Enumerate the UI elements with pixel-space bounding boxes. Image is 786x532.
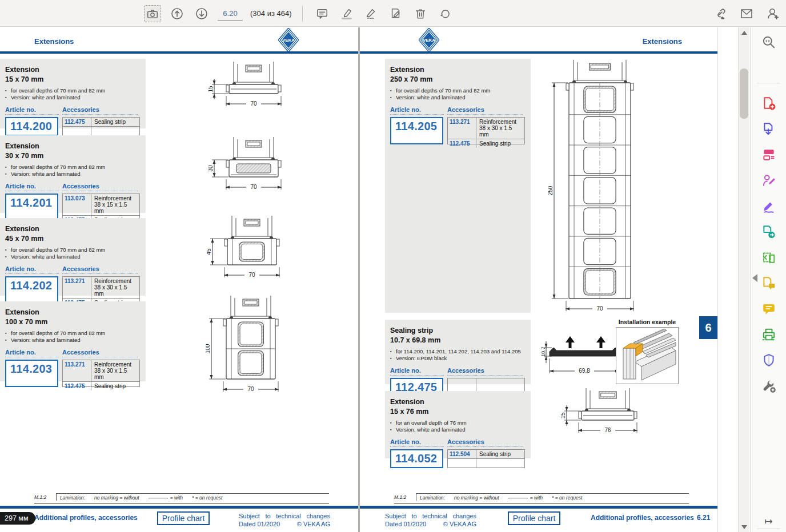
panel-divider	[757, 83, 780, 83]
installation-example-label: Installation example	[616, 319, 679, 325]
svg-text:70: 70	[247, 386, 254, 392]
sign-button[interactable]	[363, 5, 380, 22]
tools-panel: ↦	[750, 27, 786, 532]
accessories-label: Accessories	[62, 265, 138, 274]
article-number: 114.201	[5, 194, 58, 221]
organize-pages-icon[interactable]	[751, 246, 786, 269]
product-card: Extension 100 x 70 mm for overall depths…	[0, 301, 146, 381]
comment-export-icon[interactable]	[751, 272, 786, 295]
footer-notice: Subject to technical changes Dated 01/20…	[385, 513, 476, 527]
installation-example-image	[616, 327, 679, 384]
header-rule	[0, 51, 358, 54]
account-button[interactable]	[764, 5, 781, 22]
svg-text:70: 70	[248, 272, 255, 278]
delete-button[interactable]	[412, 5, 429, 22]
page-size-tooltip: 297 мм	[0, 512, 35, 525]
fill-sign-icon[interactable]	[751, 195, 786, 217]
arrow-down-circle-icon	[195, 7, 208, 21]
page-number-input[interactable]	[218, 7, 243, 21]
trash-icon	[414, 7, 427, 20]
accessories-label: Accessories	[447, 438, 523, 447]
drawing-extension-250x70: 25070	[548, 60, 636, 321]
stamp-button[interactable]	[387, 5, 404, 22]
accessories-label: Accessories	[447, 367, 523, 376]
lamination-label: Lamination:	[420, 495, 445, 501]
accessory-number: 112.475	[63, 382, 91, 390]
profile-chart-link[interactable]: Profile chart	[508, 511, 560, 525]
accessory-desc: Reinforcement 38 x 15 x 1.5 mm	[91, 194, 139, 215]
send-for-comments-icon[interactable]	[751, 220, 786, 243]
toolbar-divider	[302, 6, 303, 22]
scroll-up-button[interactable]	[739, 27, 750, 38]
edit-pdf-icon[interactable]	[751, 143, 786, 166]
email-button[interactable]	[738, 5, 755, 22]
next-page-button[interactable]	[193, 5, 210, 22]
footer-section-title: Additional profiles, accessories	[591, 514, 694, 522]
marquee-zoom-icon[interactable]	[751, 31, 786, 54]
lamination-legend: M.1:2 Lamination: no marking = without =…	[394, 493, 689, 504]
scrollbar-thumb[interactable]	[740, 68, 748, 119]
article-label: Article no.	[5, 265, 59, 274]
create-pdf-icon[interactable]	[751, 92, 786, 115]
drawing-extension-15x76: 1576	[561, 388, 640, 443]
article-label: Article no.	[5, 349, 59, 357]
svg-text:69.8: 69.8	[579, 368, 590, 374]
product-size: 30 x 70 mm	[5, 152, 141, 160]
product-card: Extension 15 x 76 mm for an overall dept…	[385, 391, 531, 458]
product-card: Extension 250 x 70 mm for overall depths…	[385, 59, 531, 313]
page-pen-icon	[390, 7, 402, 20]
drawing-sealing-strip: 10.769.8	[542, 322, 627, 388]
accessories-table: 113.073 Reinforcement 38 x 15 x 1.5 mm 1…	[62, 194, 140, 221]
scroll-down-button[interactable]	[739, 522, 750, 532]
rotate-button[interactable]	[436, 5, 454, 22]
add-comment-button[interactable]	[314, 5, 331, 22]
product-bullet: for overall depths of 70 mm and 82 mm	[390, 87, 526, 94]
no-marking-label: no marking = without	[454, 495, 499, 501]
drawing-extension-100x70: 10070	[206, 296, 281, 402]
request-signatures-icon[interactable]	[751, 169, 786, 192]
protect-icon[interactable]	[751, 349, 786, 372]
product-bullet: Version: white and laminated	[390, 94, 526, 101]
no-marking-label: no marking = without	[94, 495, 139, 501]
product-bullet: Version: white and laminated	[5, 253, 141, 260]
product-bullet: for overall depths of 70 mm and 82 mm	[5, 330, 141, 337]
scan-ocr-icon[interactable]	[751, 323, 786, 346]
arrow-up-circle-icon	[170, 7, 184, 21]
on-request-label: * = on request	[552, 495, 582, 501]
accessory-desc: Reinforcement 38 x 30 x 1.5 mm	[91, 360, 139, 381]
vertical-scrollbar[interactable]	[738, 27, 749, 532]
drawing-extension-45x70: 4570	[207, 216, 282, 288]
comment-icon[interactable]	[751, 297, 786, 320]
svg-text:15: 15	[561, 412, 566, 419]
product-card: Extension 45 x 70 mm for overall depths …	[0, 218, 146, 296]
veka-logo: VEKA	[278, 28, 299, 52]
accessories-table: 112.504 Sealing strip	[447, 449, 525, 468]
top-toolbar: (304 из 464)	[0, 0, 786, 27]
accessory-desc: Sealing strip	[91, 382, 139, 390]
highlight-button[interactable]	[338, 5, 355, 22]
product-bullet: for overall depths of 70 mm and 82 mm	[5, 87, 141, 94]
accessories-label: Accessories	[447, 106, 523, 115]
accessory-desc: Reinforcement 38 x 30 x 1.5 mm	[476, 118, 524, 139]
page-divider	[358, 27, 360, 532]
scale-label: M.1:2	[394, 493, 416, 500]
page-number: 6.21	[697, 514, 710, 522]
veka-logo: VEKA	[419, 28, 439, 52]
profile-chart-link[interactable]: Profile chart	[157, 511, 210, 525]
accessories-table: 112.475 Sealing strip	[62, 117, 140, 136]
accessories-label: Accessories	[62, 349, 138, 357]
article-number: 114.203	[5, 360, 58, 387]
article-number: 114.052	[390, 449, 443, 468]
product-bullet: Version: white and laminated	[5, 94, 141, 101]
share-link-button[interactable]	[712, 5, 729, 22]
snapshot-tool-button[interactable]	[144, 5, 161, 22]
scale-label: M.1:2	[34, 493, 56, 500]
accessories-table: 113.271 Reinforcement 38 x 30 x 1.5 mm 1…	[62, 276, 140, 304]
more-tools-icon[interactable]	[751, 374, 786, 397]
export-pdf-icon[interactable]	[751, 118, 786, 140]
page-header-title: Extensions	[34, 37, 74, 46]
expand-panel-icon[interactable]: ↦	[751, 515, 786, 527]
previous-page-button[interactable]	[169, 5, 186, 22]
drawing-extension-30x70: 3070	[208, 137, 284, 200]
svg-text:45: 45	[207, 248, 212, 255]
